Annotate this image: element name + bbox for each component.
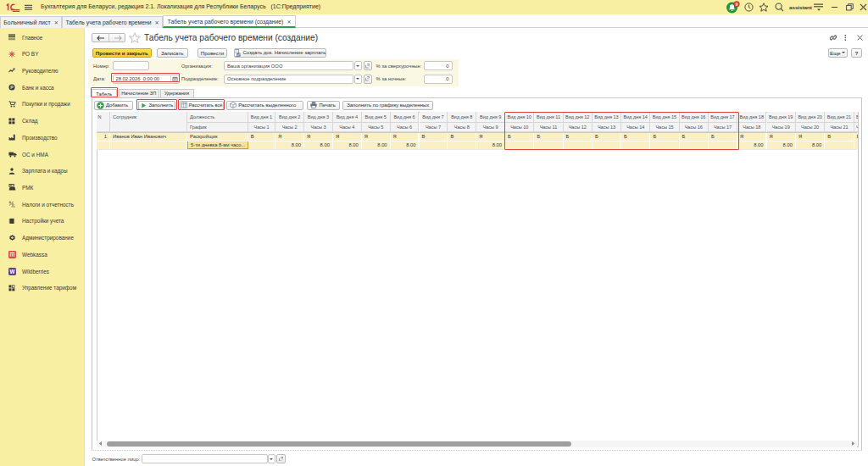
svg-text:W: W [10, 268, 15, 274]
svg-text:Р: Р [10, 85, 14, 90]
svg-text:9: 9 [735, 2, 737, 7]
